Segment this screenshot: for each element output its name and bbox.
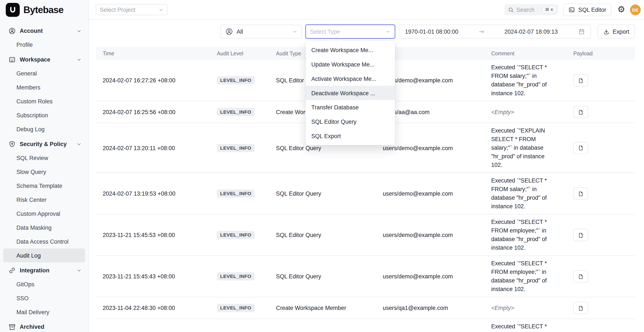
chevron-down-icon: [76, 57, 82, 62]
audit-comment: Executed `"SELECT * FROM salary;"` in da…: [491, 173, 573, 214]
audit-type: SQL Editor Query: [276, 273, 383, 280]
payload-button[interactable]: [573, 74, 588, 86]
topbar: Select Project Search ⌘ K SQL Editor ⚙: [89, 0, 644, 20]
audit-level-badge: LEVEL_INFO: [217, 231, 254, 239]
sidebar-item-gitops[interactable]: GitOps: [3, 277, 85, 291]
audit-comment: <Empty>: [491, 104, 573, 120]
user-circle-icon: [8, 27, 16, 34]
column-header-actor: Actor: [383, 50, 491, 56]
date-range-picker[interactable]: 1970-01-01 08:00:00 → 2024-02-07 18:09:1…: [399, 25, 591, 39]
audit-level-badge: LEVEL_INFO: [217, 304, 254, 312]
export-label: Export: [613, 28, 629, 35]
sidebar-item-subscription[interactable]: Subscription: [3, 108, 85, 122]
actor-filter-value: All: [236, 28, 289, 35]
table-row: 2023-11-04 22:48:30 +08:00 LEVEL_INFO Cr…: [96, 297, 635, 319]
payload-button[interactable]: [573, 270, 588, 283]
project-select[interactable]: Select Project: [96, 4, 168, 15]
arrow-right-icon: →: [479, 28, 484, 35]
sidebar-item-members[interactable]: Members: [3, 80, 85, 94]
sidebar-item-mail-delivery[interactable]: Mail Delivery: [3, 305, 85, 319]
keyboard-shortcut-badge: ⌘ K: [542, 6, 556, 13]
user-avatar[interactable]: DE: [630, 4, 641, 15]
sidebar-item-sql-review[interactable]: SQL Review: [3, 151, 85, 165]
dropdown-option-deactivate-workspace-member[interactable]: Deactivate Workspace ...: [306, 86, 395, 100]
sidebar-item-schema-template[interactable]: Schema Template: [3, 179, 85, 193]
audit-comment: Executed `"SELECT * FROM employee;"` in …: [491, 214, 573, 255]
sql-editor-button[interactable]: SQL Editor: [563, 3, 612, 16]
audit-level-badge: LEVEL_INFO: [217, 189, 254, 197]
sidebar-section-security-policy[interactable]: Security & Policy: [3, 137, 85, 151]
chevron-down-icon: [76, 28, 82, 33]
payload-button[interactable]: [573, 229, 588, 241]
sidebar-item-sso[interactable]: SSO: [3, 291, 85, 305]
search-input[interactable]: Search ⌘ K: [504, 4, 558, 15]
export-button[interactable]: Export: [598, 25, 635, 39]
column-header-audit-level: Audit Level: [217, 50, 276, 56]
audit-actor: users/demo@example.com: [383, 145, 491, 151]
audit-time: 2023-11-04 22:48:30 +08:00: [96, 305, 217, 312]
sidebar-section-workspace[interactable]: Workspace: [3, 52, 85, 66]
sidebar-section-label: Integration: [20, 267, 76, 274]
sidebar-item-data-masking[interactable]: Data Masking: [3, 221, 85, 235]
user-circle-icon: [225, 27, 233, 36]
sidebar-item-custom-roles[interactable]: Custom Roles: [3, 94, 85, 108]
dropdown-option-update-workspace-member[interactable]: Update Workspace Me...: [306, 57, 395, 71]
audit-time: 2024-02-07 16:27:26 +08:00: [96, 77, 217, 84]
settings-gear-icon[interactable]: ⚙: [617, 5, 625, 14]
audit-level-badge: LEVEL_INFO: [217, 272, 254, 281]
actor-filter-select[interactable]: All: [220, 25, 302, 39]
dropdown-option-sql-export[interactable]: SQL Export: [306, 129, 395, 143]
dropdown-option-activate-workspace-member[interactable]: Activate Workspace Me...: [306, 71, 395, 86]
audit-actor: users/demo@example.com: [383, 190, 491, 197]
sidebar-section-label: Archived: [20, 324, 82, 330]
audit-log-content: All Select Type 1970-01-01 08:00:00 → 20…: [89, 20, 644, 332]
sidebar-section-account[interactable]: Account: [3, 24, 85, 38]
app-window: Bytebase Account Profile Workspace: [0, 0, 644, 332]
audit-level-badge: LEVEL_INFO: [217, 108, 254, 116]
audit-comment: Executed `"SELECT * FROM salary;"` in da…: [491, 60, 573, 101]
table-row: 2024-02-07 13:19:53 +08:00 LEVEL_INFO SQ…: [96, 173, 635, 214]
sidebar-item-debug-log[interactable]: Debug Log: [3, 122, 85, 136]
search-icon: [508, 7, 514, 13]
sidebar-section-archived[interactable]: Archived: [3, 320, 85, 332]
sidebar-section-label: Account: [20, 27, 76, 34]
dropdown-option-sql-editor-query[interactable]: SQL Editor Query: [306, 114, 395, 129]
dropdown-option-create-workspace-member[interactable]: Create Workspace Me...: [306, 43, 395, 57]
payload-button[interactable]: [573, 302, 588, 314]
audit-time: 2024-02-07 13:20:11 +08:00: [96, 145, 217, 151]
sidebar-item-data-access-control[interactable]: Data Access Control: [3, 235, 85, 249]
audit-type: SQL Editor Query: [276, 232, 383, 238]
project-select-label: Select Project: [100, 6, 135, 13]
chevron-down-icon: [158, 7, 164, 12]
audit-actor: users/aa@aa.com: [383, 109, 491, 115]
payload-button[interactable]: [573, 187, 588, 200]
sidebar-item-slow-query[interactable]: Slow Query: [3, 165, 85, 179]
audit-time: 2023-11-21 15:45:43 +08:00: [96, 273, 217, 280]
sql-editor-icon: [568, 6, 575, 13]
audit-comment: <Empty>: [491, 300, 573, 316]
chevron-down-icon: [76, 268, 82, 273]
table-row: 2023-11-21 15:45:43 +08:00 LEVEL_INFO SQ…: [96, 256, 635, 297]
search-placeholder: Search: [516, 6, 540, 13]
brand-name: Bytebase: [24, 4, 63, 15]
sidebar-section-integration[interactable]: Integration: [3, 263, 85, 277]
sidebar-item-general[interactable]: General: [3, 66, 85, 80]
sidebar-item-audit-log[interactable]: Audit Log: [3, 249, 85, 263]
audit-actor: users/demo@example.com: [383, 273, 491, 280]
audit-comment: Executed `"EXPLAIN SELECT * FROM salary;…: [491, 123, 573, 173]
audit-time: 2024-02-07 13:19:53 +08:00: [96, 190, 217, 197]
sidebar-item-profile[interactable]: Profile: [3, 38, 85, 52]
payload-button[interactable]: [573, 106, 588, 118]
sidebar-item-risk-center[interactable]: Risk Center: [3, 193, 85, 207]
download-icon: [603, 28, 610, 35]
payload-button[interactable]: [573, 142, 588, 154]
type-filter-select[interactable]: Select Type: [306, 25, 395, 39]
type-dropdown-menu: Create Workspace Me... Update Workspace …: [306, 40, 395, 145]
logo[interactable]: Bytebase: [0, 0, 88, 20]
chevron-down-icon: [76, 141, 82, 147]
date-from-value: 1970-01-01 08:00:00: [405, 28, 458, 35]
table-row: 2023-11-21 15:45:53 +08:00 LEVEL_INFO SQ…: [96, 214, 635, 256]
sidebar-item-custom-approval[interactable]: Custom Approval: [3, 207, 85, 221]
sidebar-nav: Account Profile Workspace General Member…: [0, 20, 88, 332]
dropdown-option-transfer-database[interactable]: Transfer Database: [306, 100, 395, 115]
